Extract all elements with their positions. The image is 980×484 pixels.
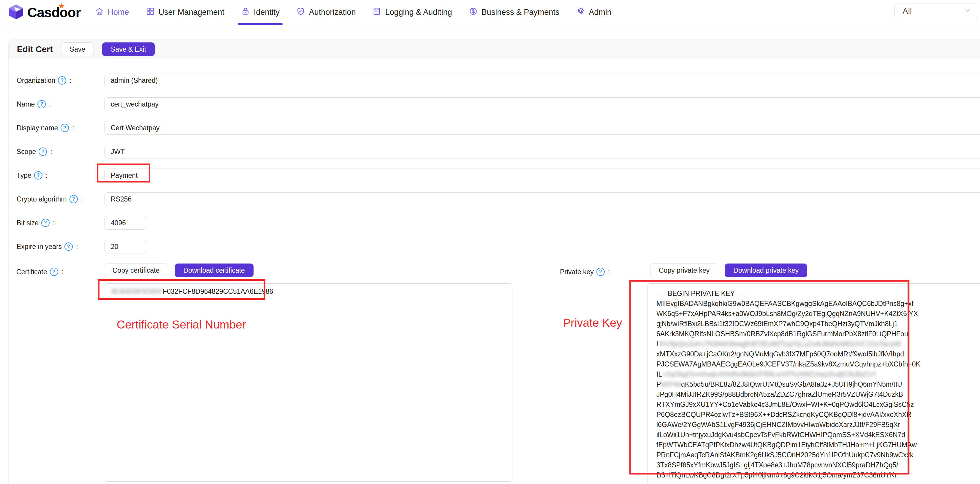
- nav-item-admin[interactable]: Admin: [568, 0, 620, 25]
- private-key-buttons: Copy private key Download private key: [650, 263, 807, 277]
- private-key-line: 3Tx8SPf85xYfmKbwJ5JgIS+glj4TXoe8e3+JhuM7…: [656, 460, 980, 470]
- help-icon: [70, 195, 78, 203]
- private-key-line: P6Q8ezBCQUPR4ozlwTz+BSt96X++DdcRSZkcnqKy…: [656, 409, 980, 420]
- lock-icon: [241, 7, 250, 18]
- main-nav: Home User Management Identity Authorizat…: [87, 0, 620, 25]
- appstore-grid-icon: [146, 7, 155, 18]
- page: Casdoor ★ Home User Management Identi: [0, 0, 980, 484]
- shield-check-icon: [296, 7, 305, 18]
- dollar-circle-icon: [469, 7, 478, 18]
- form-row-display-name: Display name Cert Wechatpay: [17, 121, 980, 135]
- help-icon: [597, 268, 605, 276]
- private-key-line: MIIEvgIBADANBgkqhkiG9w0BAQEFAASCBKgwggSk…: [656, 298, 980, 309]
- organization-label: Organization: [17, 76, 105, 84]
- organization-filter-value: All: [902, 6, 912, 16]
- form-row-expire-years: Expire in years 20: [17, 240, 980, 254]
- nav-label: User Management: [159, 8, 224, 17]
- save-button[interactable]: Save: [61, 43, 94, 56]
- nav-label: Home: [108, 8, 129, 17]
- help-icon: [41, 219, 49, 227]
- private-key-line: IL+2qObgOrvmhwjtvXH/dhs9k6ijVFB9LwXif7hJ…: [656, 369, 980, 379]
- private-key-line: RTXYmGJ9xXU1YY+Co1eVabko4c3JmL8E/Owxl+WI…: [656, 400, 980, 409]
- organization-filter-select[interactable]: All: [894, 3, 978, 19]
- certificate-textarea[interactable]: 3E45939F5D65FF032FCF8D964829CC51AA6E1986: [104, 283, 512, 482]
- private-key-line: ilLoWii1Un+tnjyxuJdgKvu4sbCpevTsFvFkbRWf…: [656, 430, 980, 440]
- download-private-key-button[interactable]: Download private key: [725, 263, 807, 277]
- private-key-line: JPg0H4MiJJIRZK99S/p88BdbrcNA5za/ZDZC7ghr…: [656, 389, 980, 400]
- display-name-input[interactable]: Cert Wechatpay: [105, 121, 980, 135]
- private-key-line: gjNb/wIRflBxi2LBBsI1t32IDCWz69tEmXP7whC9…: [656, 319, 980, 329]
- certificate-serial-visible: F032FCF8D964829CC51AA6E1986: [163, 287, 273, 295]
- private-key-line: PkKP4dqK5bq5u/BRL8z/8ZJ8IQwrUtMtQsuSvGbA…: [656, 379, 980, 389]
- help-icon: [38, 148, 47, 156]
- form-row-bit-size: Bit size 4096: [17, 216, 980, 230]
- nav-item-authorization[interactable]: Authorization: [288, 0, 364, 25]
- type-select[interactable]: Payment: [105, 168, 980, 182]
- help-icon: [64, 243, 73, 251]
- private-key-line: PRnFCjmAeqTcRAnlSfAKBmK2g6UkSJ5COnH2025d…: [656, 450, 980, 460]
- certificate-buttons: Copy certificate Download certificate: [104, 263, 253, 277]
- private-key-line: l6GAWe/2YGgWAbS1LvgF4936jCjEHNCZIMbvvHIw…: [656, 420, 980, 430]
- private-key-line: 6AKrk3MKQRIfsNLOSHBSm/0RBZvlXcp8dB1RglGS…: [656, 329, 980, 339]
- help-icon: [58, 76, 66, 84]
- gear-icon: [576, 7, 585, 18]
- certificate-serial-redacted: 3E45939F5D65F: [111, 287, 163, 295]
- top-nav-bar: Casdoor ★ Home User Management Identi: [0, 0, 980, 25]
- private-key-line: -----BEGIN PRIVATE KEY-----: [656, 289, 980, 298]
- audit-log-icon: [372, 7, 381, 18]
- nav-label: Business & Payments: [482, 8, 560, 17]
- nav-item-business-payments[interactable]: Business & Payments: [460, 0, 568, 25]
- casdoor-logo[interactable]: Casdoor ★: [8, 3, 81, 21]
- scope-select[interactable]: JWT: [105, 145, 980, 159]
- organization-select[interactable]: admin (Shared): [105, 74, 980, 87]
- private-key-line: xMTXxzG90Da+jCaOKn2/gnNQMuMqGvb3fX7MFp60…: [656, 349, 980, 359]
- crypto-algorithm-label: Crypto algorithm: [17, 195, 105, 203]
- help-icon: [60, 124, 69, 132]
- scope-label: Scope: [17, 148, 105, 156]
- private-key-textarea[interactable]: -----BEGIN PRIVATE KEY-----MIIEvgIBADANB…: [647, 283, 980, 484]
- private-key-line: WK6q5+F7xAHpPAR4ks+a0WOJ9bLsh8MOg/Zy2dTE…: [656, 309, 980, 319]
- name-input[interactable]: cert_wechatpay: [105, 97, 980, 111]
- nav-label: Admin: [589, 8, 612, 17]
- nav-item-home[interactable]: Home: [87, 0, 137, 25]
- download-certificate-button[interactable]: Download certificate: [175, 263, 253, 277]
- bit-size-input[interactable]: 4096: [105, 216, 146, 230]
- name-label: Name: [17, 100, 105, 108]
- nav-item-logging-auditing[interactable]: Logging & Auditing: [364, 0, 460, 25]
- nav-label: Logging & Auditing: [385, 8, 452, 17]
- form-row-organization: Organization admin (Shared): [17, 74, 980, 87]
- form-body: Organization admin (Shared) Name cert_we…: [9, 59, 980, 254]
- save-and-exit-button[interactable]: Save & Exit: [102, 43, 155, 56]
- panel-header: Edit Cert Save Save & Exit: [9, 40, 980, 59]
- chevron-down-icon: [964, 6, 971, 16]
- logo-star-icon: ★: [58, 2, 65, 10]
- logo-text: Casdoor: [27, 5, 81, 21]
- private-key-line: D3+iTiQnLwKBgC8DgI2rXTp5pf40ljNm0+8g9C2k…: [656, 470, 980, 480]
- help-icon: [34, 171, 43, 179]
- type-label: Type: [17, 171, 105, 179]
- nav-label: Authorization: [309, 8, 356, 17]
- bit-size-label: Bit size: [17, 219, 105, 227]
- copy-private-key-button[interactable]: Copy private key: [650, 263, 718, 277]
- form-row-scope: Scope JWT: [17, 145, 980, 159]
- home-icon: [95, 7, 104, 18]
- form-row-crypto-algorithm: Crypto algorithm RS256: [17, 192, 980, 206]
- crypto-algorithm-select[interactable]: RS256: [105, 192, 980, 206]
- private-key-line: PJCSEWA7AgMBAAECggEAOLe9JCEFV3T/nkaZ5a9k…: [656, 359, 980, 369]
- page-title: Edit Cert: [17, 44, 53, 54]
- expire-years-label: Expire in years: [17, 243, 105, 251]
- certificate-label: Certificate: [16, 265, 63, 279]
- nav-item-user-management[interactable]: User Management: [137, 0, 233, 25]
- help-icon: [50, 268, 58, 276]
- private-key-line: fEpWTWbCEATqPfPKixDhzw4UtQKBgQDPim1EiyhC…: [656, 440, 980, 450]
- expire-years-input[interactable]: 20: [105, 240, 146, 254]
- display-name-label: Display name: [17, 124, 105, 132]
- help-icon: [37, 100, 46, 108]
- private-key-line: LlhV9pQm2sKx7N3NW36wqjR4FDEv95fTcgYbLuZo…: [656, 339, 980, 349]
- copy-certificate-button[interactable]: Copy certificate: [104, 263, 168, 277]
- private-key-label: Private key: [560, 265, 610, 279]
- nav-label: Identity: [254, 8, 280, 17]
- nav-item-identity[interactable]: Identity: [233, 0, 288, 25]
- form-row-type: Type Payment: [17, 168, 980, 182]
- form-row-name: Name cert_wechatpay: [17, 97, 980, 111]
